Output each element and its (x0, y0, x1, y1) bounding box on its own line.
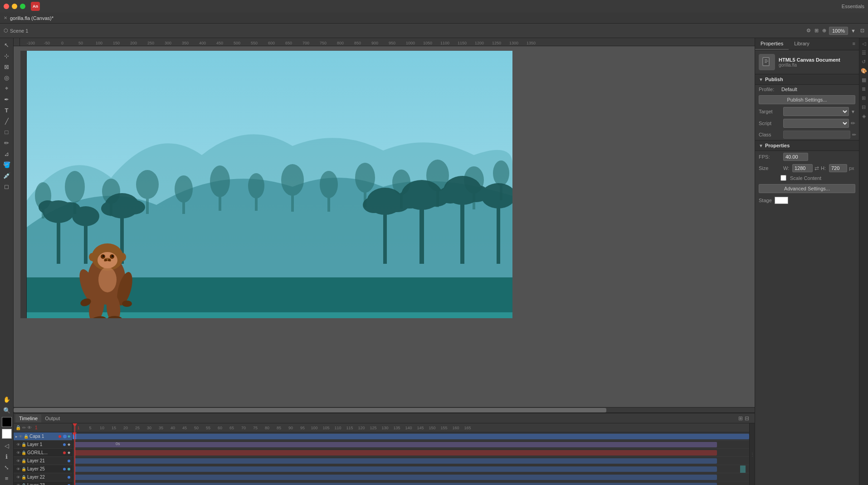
stage-canvas[interactable] (20, 51, 512, 318)
fit-icon[interactable]: ⊡ (860, 28, 864, 34)
layer-row[interactable]: 👁 🔒 GORILL... ◆ (14, 449, 72, 457)
class-edit-icon[interactable]: ✏ (852, 132, 856, 138)
layer-row[interactable]: 👁 🔒 Layer 1 ◆ (14, 441, 72, 449)
filters-icon[interactable]: ◈ (860, 112, 868, 120)
maximize-button[interactable] (20, 4, 25, 9)
frame-row-layer25[interactable] (73, 465, 749, 473)
playhead[interactable] (74, 432, 75, 485)
layer-lock-icon[interactable]: 🔒 (21, 467, 26, 471)
collapse-right-icon[interactable]: ◁ (860, 40, 868, 47)
panel-collapse-btn[interactable]: ≡ (849, 38, 859, 50)
stage-color-swatch[interactable] (775, 197, 788, 204)
layer-lock-icon[interactable]: 🔒 (21, 451, 26, 455)
components-icon[interactable]: ⊟ (860, 103, 868, 111)
width-input[interactable] (792, 164, 813, 172)
timeline-collapse-icon[interactable]: ⊞ (738, 415, 743, 422)
properties-icon[interactable]: ☰ (860, 49, 868, 56)
canvas-area[interactable] (14, 46, 755, 412)
rectangle-tool[interactable]: □ (2, 127, 12, 137)
line-tool[interactable]: ╱ (2, 116, 12, 126)
tab-properties[interactable]: Properties (755, 38, 789, 50)
layer-visibility-icon[interactable]: 👁 (16, 459, 20, 463)
class-input[interactable] (783, 131, 850, 139)
frame-row-layer1[interactable]: 0s (73, 441, 749, 449)
minimize-button[interactable] (12, 4, 17, 9)
layer-visibility-icon[interactable]: 👁 (16, 475, 20, 480)
layer-row[interactable]: 👁 🔒 Layer 21 (14, 457, 72, 465)
text-tool[interactable]: T (2, 105, 12, 115)
close-tab-icon[interactable]: ✕ (4, 15, 7, 20)
eraser-tool[interactable]: ◻ (2, 181, 12, 191)
layer-visibility-icon[interactable]: 👁 (16, 467, 20, 471)
transform-icon[interactable]: ⤡ (2, 462, 12, 472)
publish-settings-button[interactable]: Publish Settings... (759, 95, 855, 104)
panel-collapse-icon[interactable]: ◁ (2, 441, 12, 451)
free-transform-tool[interactable]: ⊠ (2, 62, 12, 72)
3d-tool[interactable]: ◎ (2, 73, 12, 82)
subselect-tool[interactable]: ⊹ (2, 51, 12, 61)
pencil-tool[interactable]: ✏ (2, 138, 12, 148)
layer-row[interactable]: 👁 🔒 Layer 22 (14, 473, 72, 481)
toolbar-icon-group[interactable]: ⚙ ⊞ ⊕ (806, 28, 826, 34)
transform-right-icon[interactable]: ⊞ (860, 94, 868, 102)
close-button[interactable] (4, 4, 9, 9)
eyedropper-tool[interactable]: 💉 (2, 170, 12, 180)
zoom-dropdown-icon[interactable]: ▼ (851, 28, 856, 34)
layer-lock-icon[interactable]: 🔒 (21, 442, 26, 447)
frame-row-layer21[interactable] (73, 457, 749, 465)
settings-icon[interactable]: ⚙ (806, 28, 811, 34)
timeline-resize-handle[interactable]: ⋮ (749, 423, 755, 485)
properties-section-header[interactable]: ▼ Properties (755, 140, 859, 151)
eye-icon[interactable]: 👁 (27, 425, 32, 430)
timeline-frames[interactable]: 1 5 10 15 20 25 30 35 40 45 50 55 60 65 (73, 423, 749, 485)
frame-row-layer22[interactable] (73, 473, 749, 481)
tab-timeline[interactable]: Timeline (15, 414, 41, 422)
brush-tool[interactable]: ⊿ (2, 149, 12, 159)
canvas-scroll-area[interactable] (14, 46, 755, 407)
pen-tool[interactable]: ✒ (2, 94, 12, 104)
zoom-tool[interactable]: 🔍 (2, 405, 12, 415)
tab-library[interactable]: Library (789, 38, 815, 50)
fill-color[interactable] (2, 429, 12, 439)
swatches-icon[interactable]: ▦ (860, 76, 868, 83)
layer-lock-icon[interactable]: 🔒 (21, 459, 26, 463)
advanced-settings-button[interactable]: Advanced Settings... (759, 184, 855, 193)
layer-visibility-icon[interactable]: 👁 (16, 483, 20, 485)
layer-row[interactable]: ▸ 👁 🔒 Capa 1 ◆ (14, 432, 72, 441)
layer-lock-icon[interactable]: 🔒 (21, 483, 26, 485)
layer-lock-icon[interactable]: 🔒 (24, 434, 29, 439)
select-tool[interactable]: ↖ (2, 40, 12, 50)
zoom-input[interactable]: 100% (829, 27, 848, 35)
layer-visibility-icon[interactable]: 👁 (19, 434, 23, 439)
fps-input[interactable] (783, 153, 808, 161)
h-scrollbar-thumb[interactable] (14, 408, 606, 412)
scale-content-checkbox[interactable] (780, 175, 786, 181)
frame-row-gorill[interactable] (73, 449, 749, 457)
layer-visibility-icon[interactable]: 👁 (16, 451, 20, 455)
frame-row-layer23[interactable] (73, 481, 749, 485)
target-select[interactable] (783, 107, 849, 116)
align-icon[interactable]: ≡ (2, 473, 12, 483)
scene-selector[interactable]: ⬡ Scene 1 (4, 28, 28, 34)
stroke-color[interactable] (2, 417, 12, 427)
frames-content[interactable]: 0s (73, 432, 749, 485)
publish-section-header[interactable]: ▼ Publish (755, 74, 859, 85)
grid-icon[interactable]: ⊞ (814, 28, 819, 34)
lasso-tool[interactable]: ⌖ (2, 83, 12, 93)
info-icon[interactable]: ℹ (2, 451, 12, 461)
lock-all-icon[interactable]: 🔒 (15, 425, 21, 430)
tab-output[interactable]: Output (41, 414, 63, 422)
timeline-expand-icon[interactable]: ⊟ (745, 415, 749, 422)
layer-visibility-icon[interactable]: 👁 (16, 442, 20, 447)
magnet-icon[interactable]: ⊕ (822, 28, 826, 34)
height-input[interactable] (829, 164, 847, 172)
script-pencil-icon[interactable]: ✏ (851, 120, 855, 126)
tab-label[interactable]: gorilla.fla (Canvas)* (10, 15, 54, 21)
paint-bucket-tool[interactable]: 🪣 (2, 160, 12, 170)
layer-lock-icon[interactable]: 🔒 (21, 475, 26, 480)
pencil-icon[interactable]: ✏ (22, 425, 26, 430)
align-right-icon[interactable]: ≣ (860, 85, 868, 92)
frame-row-capa1[interactable] (73, 432, 749, 441)
layer-row[interactable]: 👁 🔒 Layer 23 (14, 481, 72, 485)
color-palette-icon[interactable]: 🎨 (860, 67, 868, 74)
